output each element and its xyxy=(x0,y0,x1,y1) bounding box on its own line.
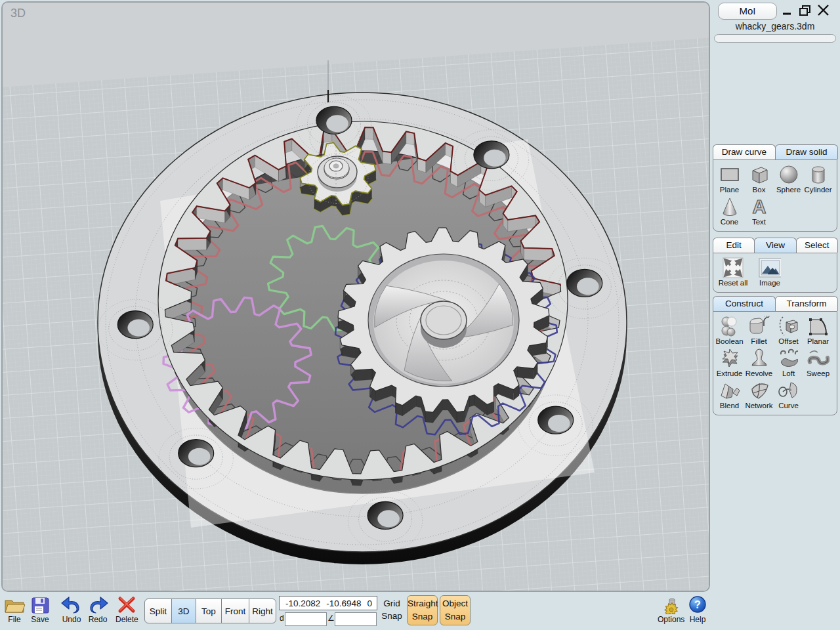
blend-icon xyxy=(719,380,741,401)
restore-icon[interactable] xyxy=(798,4,811,17)
network-icon xyxy=(748,380,770,401)
coordinate-input[interactable]: -10.2082 -10.6948 0 xyxy=(279,596,377,610)
svg-text:?: ? xyxy=(694,599,701,610)
tab-draw-curve[interactable]: Draw curve xyxy=(713,144,776,159)
viewport-3d[interactable]: 3D xyxy=(1,1,710,592)
view-top-button[interactable]: Top xyxy=(196,598,222,623)
side-panel: MoI whacky_gears.3dm Draw curve Draw sol… xyxy=(710,0,840,630)
tab-construct[interactable]: Construct xyxy=(713,296,776,311)
reset-all-icon xyxy=(722,257,744,278)
draw-tab-group: Draw curve Draw solid Plane Box Sphere C… xyxy=(713,144,837,232)
tool-fillet[interactable]: Fillet xyxy=(744,316,774,345)
tab-draw-solid[interactable]: Draw solid xyxy=(775,144,838,159)
app-menu-button[interactable]: MoI xyxy=(718,3,777,20)
document-filename: whacky_gears.3dm xyxy=(710,21,840,32)
tab-select[interactable]: Select xyxy=(796,238,838,253)
text-icon: A xyxy=(748,196,770,217)
tool-network[interactable]: Network xyxy=(744,380,774,410)
progress-bar xyxy=(714,34,836,43)
distance-label: d xyxy=(280,614,284,623)
sphere-icon xyxy=(778,164,800,185)
folder-icon xyxy=(4,596,25,614)
tool-cylinder[interactable]: Cylinder xyxy=(803,164,833,194)
view-tab-group: Edit View Select Reset all Image xyxy=(713,238,837,293)
delete-x-icon xyxy=(116,595,138,614)
redo-button[interactable]: Redo xyxy=(87,595,109,624)
grid-snap-toggle[interactable]: Grid Snap xyxy=(379,597,404,622)
options-gear-icon xyxy=(658,596,684,614)
tool-extrude[interactable]: Extrude xyxy=(715,348,744,377)
revolve-icon xyxy=(748,348,770,369)
box-icon xyxy=(748,164,770,185)
angle-label: ∠ xyxy=(327,614,335,623)
undo-button[interactable]: Undo xyxy=(60,595,83,624)
loft-icon xyxy=(778,348,800,369)
extrude-icon xyxy=(719,348,741,369)
tool-curve[interactable]: Curve xyxy=(774,380,803,410)
tool-planar[interactable]: Planar xyxy=(803,316,833,345)
image-icon xyxy=(759,257,781,278)
straight-snap-toggle[interactable]: Straight Snap xyxy=(407,595,438,625)
view-right-button[interactable]: Right xyxy=(249,598,276,623)
save-button[interactable]: Save xyxy=(30,596,50,624)
redo-arrow-icon xyxy=(87,595,109,614)
curve-icon xyxy=(778,380,800,401)
coord-z: 0 xyxy=(368,598,373,608)
tool-box[interactable]: Box xyxy=(744,164,774,194)
tool-plane[interactable]: Plane xyxy=(715,164,744,194)
delete-button[interactable]: Delete xyxy=(116,595,138,624)
tab-edit[interactable]: Edit xyxy=(713,238,755,253)
tool-blend[interactable]: Blend xyxy=(715,380,744,410)
sweep-icon xyxy=(807,348,830,369)
title-bar: MoI xyxy=(710,3,840,20)
view-split-button[interactable]: Split xyxy=(144,598,172,623)
offset-icon xyxy=(778,316,800,337)
object-snap-toggle[interactable]: Object Snap xyxy=(440,595,471,625)
help-icon: ? xyxy=(688,596,707,614)
tool-cone[interactable]: Cone xyxy=(715,196,744,226)
plane-icon xyxy=(719,164,741,185)
tool-sweep[interactable]: Sweep xyxy=(803,348,833,377)
tool-boolean[interactable]: Boolean xyxy=(715,316,744,345)
construct-tab-group: Construct Transform Boolean Fillet Offse… xyxy=(713,296,837,415)
tool-sphere[interactable]: Sphere xyxy=(774,164,803,194)
tab-transform[interactable]: Transform xyxy=(775,296,838,311)
save-icon xyxy=(30,596,50,614)
tool-revolve[interactable]: Revolve xyxy=(744,348,774,377)
viewport-label: 3D xyxy=(10,7,26,20)
tool-reset-all[interactable]: Reset all xyxy=(715,257,751,287)
close-icon[interactable] xyxy=(816,4,830,17)
tool-text[interactable]: A Text xyxy=(744,196,774,226)
tool-loft[interactable]: Loft xyxy=(774,348,803,377)
bottom-toolbar: File Save Undo Redo Delete Split 3D Top … xyxy=(0,592,840,630)
file-button[interactable]: File xyxy=(4,596,25,624)
tab-view[interactable]: View xyxy=(754,238,796,253)
view-front-button[interactable]: Front xyxy=(221,598,249,623)
undo-arrow-icon xyxy=(60,595,83,614)
tool-image[interactable]: Image xyxy=(751,257,788,287)
cylinder-icon xyxy=(807,164,830,185)
coord-y: -10.6948 xyxy=(326,598,361,608)
planar-icon xyxy=(807,316,830,337)
svg-text:A: A xyxy=(752,196,766,217)
help-button[interactable]: ? Help xyxy=(688,596,707,624)
distance-input[interactable] xyxy=(285,612,327,626)
viewport-3d-model xyxy=(3,3,709,591)
boolean-icon xyxy=(719,316,741,337)
cone-icon xyxy=(719,196,741,217)
minimize-icon[interactable] xyxy=(781,4,794,17)
view-3d-button[interactable]: 3D xyxy=(171,598,196,623)
fillet-icon xyxy=(748,316,770,337)
angle-input[interactable] xyxy=(335,612,377,626)
options-button[interactable]: Options xyxy=(658,596,684,624)
tool-offset[interactable]: Offset xyxy=(774,316,803,345)
coord-x: -10.2082 xyxy=(285,598,320,608)
